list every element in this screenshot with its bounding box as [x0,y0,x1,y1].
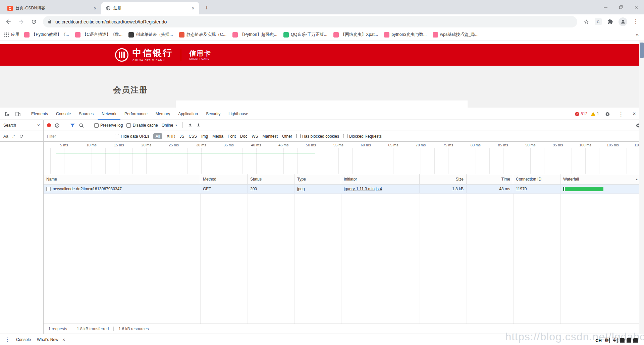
has-blocked-cookies-checkbox[interactable]: Has blocked cookies [296,134,339,139]
ime-cn-mode[interactable]: 中 [612,338,618,343]
devtools-settings-icon[interactable] [602,110,612,118]
bookmark-item[interactable]: 【Python教程】《... [24,32,69,38]
filter-input[interactable] [47,134,111,139]
bookmark-label: 创建单链表（头插... [136,32,173,38]
devtools-tab[interactable]: Performance [120,108,152,120]
bookmark-item[interactable]: 创建单链表（头插... [128,32,173,38]
error-count-badge[interactable]: × 812 [575,112,587,116]
extension-csdn-icon[interactable]: C [595,18,602,25]
bookmarks-overflow-icon[interactable]: » [636,32,640,38]
devtools-tab[interactable]: Lighthouse [224,108,252,120]
back-button[interactable] [3,16,14,27]
ime-keyboard-icon[interactable] [627,338,631,343]
devtools-menu-icon[interactable]: ⋮ [616,110,626,118]
column-header-type[interactable]: Type [294,174,341,184]
export-har-icon[interactable] [196,123,201,128]
bookmark-item[interactable]: QQ音乐-千万正版... [283,32,327,38]
profile-avatar[interactable] [619,17,627,26]
type-filter-chip[interactable]: Doc [240,134,247,139]
lock-icon[interactable] [48,19,52,24]
scrollbar[interactable] [639,41,644,334]
type-filter-chip[interactable]: Media [212,134,223,139]
import-har-icon[interactable] [188,123,193,128]
bookmark-item[interactable]: wps基础技巧篇_哔... [433,32,479,38]
tab-close-icon[interactable]: × [92,5,98,11]
preserve-log-checkbox[interactable]: Preserve log [94,123,123,128]
column-header-method[interactable]: Method [200,174,248,184]
device-toolbar-icon[interactable] [13,110,23,118]
blocked-requests-checkbox[interactable]: Blocked Requests [343,134,382,139]
initiator-link[interactable]: jquery-1.11.3.min.js:4 [344,187,382,191]
bookmark-item[interactable]: 静态链表及实现（C... [179,32,226,38]
browser-tab-csdn[interactable]: C 首页-CSDN博客 × [3,2,101,14]
ime-lang[interactable]: CH [595,338,602,343]
type-filter-chip[interactable]: Img [201,134,208,139]
extensions-puzzle-icon[interactable] [604,16,616,27]
hide-data-urls-checkbox[interactable]: Hide data URLs [115,134,149,139]
column-header-name[interactable]: Name [44,174,200,184]
devtools-tab[interactable]: Elements [27,108,52,120]
bookmark-item[interactable]: 【C语言描述】《数... [75,32,122,38]
bookmark-item[interactable]: python3爬虫与数... [384,32,427,38]
minimize-button[interactable] [598,0,613,14]
drawer-tab-close-icon[interactable]: × [61,337,67,342]
column-header-waterfall[interactable]: Waterfall ▲ [560,174,644,184]
column-header-status[interactable]: Status [248,174,294,184]
apps-shortcut[interactable]: 应用 [4,32,19,38]
devtools-tab[interactable]: Sources [75,108,98,120]
browser-tab-register[interactable]: 注册 × [101,2,199,14]
devtools-close-icon[interactable]: × [629,110,639,118]
warning-count-badge[interactable]: ! 1 [591,112,599,116]
match-case-button[interactable]: Aa [3,134,8,139]
citic-logo[interactable]: 中信银行 CHINA CITIC BANK 信用卡 CREDIT CARD [115,48,211,62]
new-tab-button[interactable]: + [202,3,211,13]
inspect-element-icon[interactable] [2,110,12,118]
devtools-tab[interactable]: Network [98,108,120,120]
regex-button[interactable]: .* [12,134,15,139]
devtools-tab[interactable]: Memory [152,108,174,120]
search-toggle-icon[interactable] [79,123,84,128]
throttling-select[interactable]: Online ▼ [162,123,178,128]
search-close-icon[interactable]: × [37,123,40,128]
filter-toggle-icon[interactable] [70,123,75,128]
disable-cache-checkbox[interactable]: Disable cache [126,123,158,128]
type-filter-chip[interactable]: XHR [167,134,175,139]
record-button[interactable] [47,123,51,127]
drawer-tab-whats-new[interactable]: What's New × [37,337,67,342]
drawer-tab-console[interactable]: Console [16,337,31,342]
column-header-connection-id[interactable]: Connection ID [513,174,560,184]
devtools-tab[interactable]: Security [202,108,224,120]
type-filter-chip[interactable]: Other [282,134,292,139]
type-filter-chip[interactable]: WS [252,134,258,139]
type-filter-chip[interactable]: CSS [189,134,197,139]
ime-pinyin-mode[interactable]: 拼 [604,338,610,343]
type-filter-chip[interactable]: JS [179,134,184,139]
close-button[interactable] [629,0,644,14]
bookmark-item[interactable]: 【Python】超强爬... [232,32,277,38]
devtools-tab[interactable]: Application [174,108,202,120]
search-refresh-icon[interactable] [19,134,23,138]
scrollbar-thumb[interactable] [640,43,644,58]
network-overview[interactable]: 5 ms10 ms15 ms20 ms25 ms30 ms35 ms40 ms4… [44,142,644,174]
forward-button[interactable] [15,16,27,27]
ime-tool-icon[interactable] [620,338,625,343]
column-header-initiator[interactable]: Initiator [341,174,420,184]
column-header-size[interactable]: Size [420,174,467,184]
ime-bar[interactable]: CH 拼 中 [595,338,638,343]
devtools-tab[interactable]: Console [52,108,75,120]
drawer-menu-icon[interactable]: ⋮ [5,336,10,343]
column-header-time[interactable]: Time [467,174,513,184]
url-bar[interactable]: uc.creditcard.ecitic.com/citiccard/ucweb… [43,16,577,27]
ime-settings-icon[interactable] [633,338,638,343]
bookmark-star-icon[interactable] [581,16,592,27]
type-filter-chip[interactable]: Font [228,134,236,139]
request-row[interactable]: newvalicode.do?time=1613967930347 GET 20… [44,185,644,194]
type-filter-chip[interactable]: Manifest [263,134,278,139]
maximize-button[interactable] [613,0,629,14]
clear-button[interactable] [55,123,60,128]
type-filter-chip[interactable]: All [153,133,162,139]
bookmark-item[interactable]: 【网络爬虫】Xpat... [333,32,378,38]
browser-menu-icon[interactable]: ⋮ [630,16,641,27]
refresh-button[interactable] [28,16,40,27]
tab-close-icon[interactable]: × [190,5,196,11]
